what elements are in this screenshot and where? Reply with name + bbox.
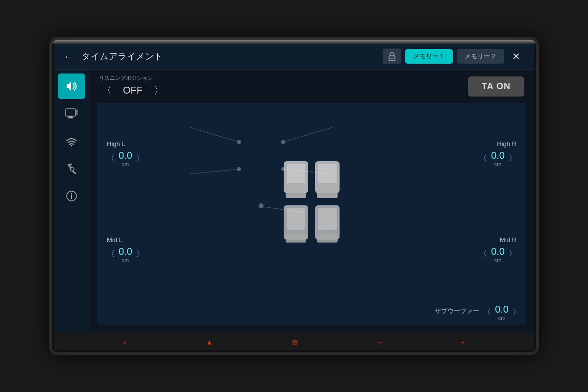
back-button[interactable]: ← xyxy=(64,51,74,62)
header-actions: メモリー１ メモリー２ ✕ xyxy=(383,49,524,64)
mid-r-right-arrow[interactable]: 〉 xyxy=(509,249,516,259)
svg-rect-2 xyxy=(66,109,75,116)
high-l-controls: 〈 0.0 cm 〉 xyxy=(107,149,144,167)
high-r-unit: cm xyxy=(491,161,505,167)
high-l-unit: cm xyxy=(119,161,132,167)
device-frame: ← タイムアライメント メモリー１ メモリー２ ✕ xyxy=(49,37,539,355)
mid-r-unit: cm xyxy=(491,257,505,263)
mid-r-left-arrow[interactable]: 〈 xyxy=(479,249,487,259)
page-title: タイムアライメント xyxy=(81,50,375,62)
sidebar-item-wireless[interactable] xyxy=(58,128,85,154)
memory1-button[interactable]: メモリー１ xyxy=(405,49,453,64)
mid-r-label: Mid R xyxy=(500,236,516,244)
high-l-value: 0.0 xyxy=(119,149,132,161)
subwoofer-unit: cm xyxy=(495,315,509,321)
mid-l-right-arrow[interactable]: 〉 xyxy=(136,249,144,259)
content-area: リスニングポジション 〈 OFF 〉 TA ON xyxy=(54,70,534,333)
svg-rect-37 xyxy=(318,208,337,230)
mid-l-controls: 〈 0.0 cm 〉 xyxy=(107,245,144,263)
subwoofer-label: サブウーファー xyxy=(435,307,479,316)
position-left-arrow[interactable]: 〈 xyxy=(99,83,115,98)
position-controls: 〈 OFF 〉 xyxy=(99,83,468,98)
mid-l-unit: cm xyxy=(119,257,132,263)
high-l-label: High L xyxy=(107,140,125,147)
subwoofer-controls: 〈 0.0 cm 〉 xyxy=(483,303,520,321)
svg-point-7 xyxy=(71,145,72,147)
main-panel: リスニングポジション 〈 OFF 〉 TA ON xyxy=(89,70,534,333)
svg-rect-5 xyxy=(76,110,78,115)
high-r-right-arrow[interactable]: 〉 xyxy=(509,153,516,164)
svg-rect-29 xyxy=(317,188,338,198)
seats-illustration xyxy=(280,156,343,247)
position-value: OFF xyxy=(121,85,145,96)
svg-point-9 xyxy=(70,167,74,171)
close-button[interactable]: ✕ xyxy=(508,49,524,64)
high-r-left-arrow[interactable]: 〈 xyxy=(479,153,487,164)
mid-l-value: 0.0 xyxy=(119,245,132,257)
hardware-buttons: ♪ ▲ ⊞ − + xyxy=(54,333,534,350)
high-r-value: 0.0 xyxy=(491,149,505,161)
minus-hw-button[interactable]: − xyxy=(377,338,381,346)
mid-r-value: 0.0 xyxy=(491,245,505,257)
svg-point-15 xyxy=(71,193,72,194)
nav-hw-button[interactable]: ▲ xyxy=(206,338,213,346)
subwoofer-left-arrow[interactable]: 〈 xyxy=(483,307,491,318)
high-r-label: High R xyxy=(497,140,516,147)
mid-l-left-arrow[interactable]: 〈 xyxy=(107,249,115,259)
mid-r-block: Mid R 〈 0.0 cm 〉 xyxy=(424,232,522,267)
sidebar-item-audio[interactable] xyxy=(58,74,85,99)
svg-rect-35 xyxy=(318,164,337,183)
subwoofer-right-arrow[interactable]: 〉 xyxy=(513,307,520,318)
speaker-diagram: High L 〈 0.0 cm 〉 xyxy=(97,103,526,325)
svg-rect-33 xyxy=(317,234,338,243)
screen: ← タイムアライメント メモリー１ メモリー２ ✕ xyxy=(54,44,534,350)
header: ← タイムアライメント メモリー１ メモリー２ ✕ xyxy=(54,44,534,70)
seats-center xyxy=(199,106,424,297)
svg-point-1 xyxy=(392,58,393,59)
svg-rect-4 xyxy=(68,118,74,119)
music-hw-button[interactable]: ♪ xyxy=(123,338,126,346)
mid-l-label: Mid L xyxy=(107,236,122,244)
sidebar xyxy=(54,70,89,333)
svg-line-10 xyxy=(73,172,75,173)
high-l-right-arrow[interactable]: 〉 xyxy=(136,153,144,164)
sidebar-item-display[interactable] xyxy=(58,101,85,126)
position-label: リスニングポジション xyxy=(99,74,468,82)
svg-rect-27 xyxy=(286,188,306,198)
sidebar-item-info[interactable] xyxy=(58,183,85,209)
plus-hw-button[interactable]: + xyxy=(461,338,465,346)
svg-rect-31 xyxy=(286,234,306,243)
high-r-controls: 〈 0.0 cm 〉 xyxy=(479,149,516,167)
svg-rect-3 xyxy=(69,116,73,118)
mid-r-controls: 〈 0.0 cm 〉 xyxy=(479,245,516,263)
sidebar-item-tools[interactable] xyxy=(58,156,85,181)
high-l-block: High L 〈 0.0 cm 〉 xyxy=(101,136,199,171)
lock-button[interactable] xyxy=(383,49,401,64)
high-l-left-arrow[interactable]: 〈 xyxy=(107,153,115,164)
subwoofer-block: サブウーファー 〈 0.0 cm 〉 xyxy=(435,303,520,321)
mid-l-block: Mid L 〈 0.0 cm 〉 xyxy=(101,232,199,267)
svg-rect-34 xyxy=(287,164,305,183)
position-right-arrow[interactable]: 〉 xyxy=(151,83,167,98)
high-r-block: High R 〈 0.0 cm 〉 xyxy=(424,136,522,171)
menu-hw-button[interactable]: ⊞ xyxy=(292,338,298,346)
subwoofer-value: 0.0 xyxy=(495,303,509,315)
svg-rect-36 xyxy=(287,208,305,230)
memory2-button[interactable]: メモリー２ xyxy=(457,49,504,64)
ta-on-button[interactable]: TA ON xyxy=(468,76,524,97)
